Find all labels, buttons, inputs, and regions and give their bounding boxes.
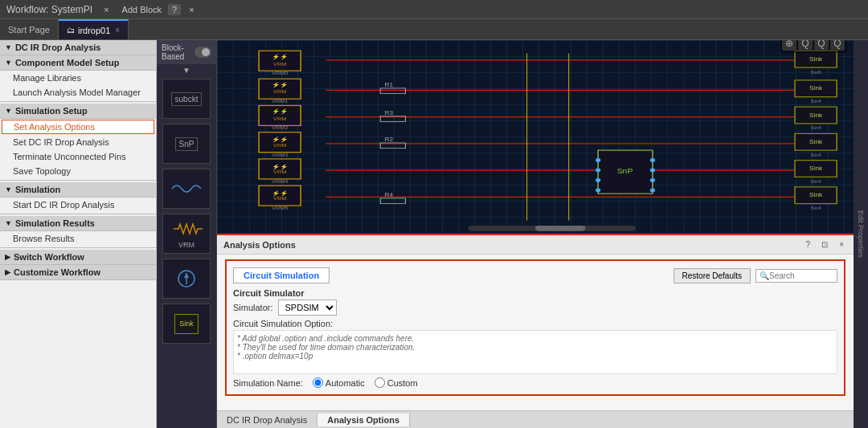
analysis-panel-header: Analysis Options ? ⊡ × <box>217 235 854 255</box>
bottom-tab-dc-ir[interactable]: DC IR Drop Analysis <box>217 414 317 426</box>
zoom-out-btn[interactable]: Q <box>814 40 829 51</box>
bottom-tab-analysis-options[interactable]: Analysis Options <box>317 414 410 426</box>
sidebar-sim-results-label: Simulation Results <box>15 218 95 228</box>
svg-text:Sn4: Sn4 <box>811 152 821 157</box>
block-item-sink[interactable]: Sink <box>162 304 211 344</box>
analysis-panel: Analysis Options ? ⊡ × Circuit Simulatio… <box>217 234 854 410</box>
sidebar-item-set-dc-ir[interactable]: Set DC IR Drop Analysis <box>0 135 156 149</box>
radio-automatic-label[interactable]: Automatic <box>313 377 365 388</box>
sidebar-component-label: Component Model Setup <box>15 58 120 67</box>
launch-model-label: Launch Analysis Model Manager <box>13 88 141 97</box>
svg-text:Sn4: Sn4 <box>811 179 821 184</box>
svg-point-49 <box>650 158 655 162</box>
block-item-vrm[interactable]: VRM <box>162 214 211 254</box>
sidebar-section-simulation[interactable]: ▼ Simulation <box>0 182 156 198</box>
sidebar-sim-setup-label: Simulation Setup <box>15 106 88 116</box>
svg-text:R4: R4 <box>384 192 393 198</box>
arrow-customize: ▶ <box>5 268 10 276</box>
svg-text:Sn4: Sn4 <box>811 125 821 130</box>
subckt-symbol: subckt <box>171 92 203 106</box>
arrow-sim-setup: ▼ <box>5 107 12 115</box>
simulation-name-row: Simulation Name: Automatic Custom <box>233 377 837 388</box>
svg-text:VRM: VRM <box>273 61 286 66</box>
app-title: Workflow: SystemPI <box>0 4 99 15</box>
svg-text:VRM1: VRM1 <box>272 99 289 104</box>
tab-start-page[interactable]: Start Page <box>0 19 59 39</box>
svg-point-48 <box>596 188 600 192</box>
sidebar-customize-label: Customize Workflow <box>14 267 100 277</box>
add-block-btn[interactable]: Add Block <box>122 5 162 14</box>
svg-text:Sn4: Sn4 <box>811 206 821 210</box>
snp-symbol: SnP <box>175 137 199 151</box>
save-topology-label: Save Topology <box>13 166 71 176</box>
zoom-fit-btn[interactable]: ⊕ <box>782 40 796 51</box>
wave-symbol <box>170 181 203 197</box>
radio-custom-input[interactable] <box>375 377 385 388</box>
option-text-line2: * They'll be used for time domain charac… <box>237 343 833 352</box>
block-scroll-down[interactable]: ▼ <box>157 64 216 76</box>
sidebar-simulation-label: Simulation <box>15 185 60 194</box>
svg-text:SnP: SnP <box>617 167 633 175</box>
option-text-line3: * .option delmax=10p <box>237 352 833 361</box>
svg-text:VRM: VRM <box>273 169 286 174</box>
schematic-svg: ⚡⚡ VRM VRM0 ⚡⚡ VRM VRM1 ⚡⚡ VRM VRM2 <box>217 40 854 234</box>
simulator-select[interactable]: SPDSIM HSPICE ADS <box>278 300 337 316</box>
sidebar-section-component-model[interactable]: ▼ Component Model Setup <box>0 55 156 71</box>
sidebar-section-dc-ir[interactable]: ▼ DC IR Drop Analysis <box>0 40 156 55</box>
restore-defaults-btn[interactable]: Restore Defaults <box>674 268 751 283</box>
sidebar-item-save-topology[interactable]: Save Topology <box>0 164 156 178</box>
sidebar-item-start-dc-ir[interactable]: Start DC IR Drop Analysis <box>0 198 156 212</box>
analysis-expand-btn[interactable]: ⊡ <box>818 238 831 251</box>
block-item-wave[interactable] <box>162 169 211 209</box>
sidebar-item-terminate-pins[interactable]: Terminate Unconnected Pins <box>0 149 156 164</box>
manage-libs-label: Manage Libraries <box>13 73 81 83</box>
sidebar-item-browse-results[interactable]: Browse Results <box>0 231 156 246</box>
svg-point-50 <box>650 169 655 173</box>
svg-marker-2 <box>184 273 189 278</box>
sidebar-section-customize-workflow[interactable]: ▶ Customize Workflow <box>0 265 156 280</box>
right-strip[interactable]: Edit Properties <box>854 40 868 428</box>
zoom-in-btn[interactable]: Q <box>798 40 813 51</box>
canvas-area[interactable]: ⚡⚡ VRM VRM0 ⚡⚡ VRM VRM1 ⚡⚡ VRM VRM2 <box>217 40 854 234</box>
block-based-toggle[interactable] <box>194 47 211 58</box>
vrm-symbol <box>170 219 203 239</box>
svg-point-45 <box>596 158 600 162</box>
radio-automatic-input[interactable] <box>313 377 323 388</box>
sidebar-section-switch-workflow[interactable]: ▶ Switch Workflow <box>0 250 156 265</box>
block-panel: Block-Based ▼ subckt SnP VRM <box>157 40 217 428</box>
block-item-current-src[interactable] <box>162 259 211 299</box>
block-item-subckt[interactable]: subckt <box>162 79 211 119</box>
analysis-panel-content: Circuit Simulation Restore Defaults 🔍 Ci… <box>217 255 854 406</box>
svg-text:VRM0: VRM0 <box>272 71 289 75</box>
arrow-dc-ir: ▼ <box>5 43 12 51</box>
svg-point-47 <box>596 178 600 182</box>
sidebar-section-sim-setup[interactable]: ▼ Simulation Setup <box>0 104 156 119</box>
tab-circuit-simulation[interactable]: Circuit Simulation <box>233 267 330 283</box>
block-panel-label: Block-Based <box>162 43 194 61</box>
sidebar-item-set-analysis[interactable]: Set Analysis Options <box>2 120 154 134</box>
analysis-panel-actions: ? ⊡ × <box>803 238 847 251</box>
sidebar: ▼ DC IR Drop Analysis ▼ Component Model … <box>0 40 157 428</box>
tab-irdrop01[interactable]: 🗂 irdrop01 × <box>59 19 129 39</box>
tab-irdrop-close[interactable]: × <box>115 26 120 35</box>
help-btn[interactable]: ? <box>168 4 181 15</box>
title-close-btn[interactable]: × <box>99 5 113 14</box>
analysis-close-btn[interactable]: × <box>836 238 847 251</box>
toolbar-close-btn[interactable]: × <box>184 5 199 14</box>
analysis-search-input[interactable] <box>769 271 833 280</box>
analysis-help-btn[interactable]: ? <box>803 238 814 251</box>
svg-text:VRM4: VRM4 <box>272 179 289 184</box>
vrm-block-label: VRM <box>178 241 194 249</box>
svg-rect-36 <box>380 88 405 94</box>
block-item-snp[interactable]: SnP <box>162 124 211 164</box>
terminate-pins-label: Terminate Unconnected Pins <box>13 152 126 161</box>
radio-custom-label[interactable]: Custom <box>375 377 418 388</box>
sidebar-item-launch-model-mgr[interactable]: Launch Analysis Model Manager <box>0 85 156 100</box>
sidebar-item-manage-libs[interactable]: Manage Libraries <box>0 71 156 85</box>
svg-text:Sink: Sink <box>809 112 822 118</box>
zoom-reset-btn[interactable]: Q <box>830 40 845 51</box>
sidebar-section-sim-results[interactable]: ▼ Simulation Results <box>0 216 156 231</box>
radio-automatic-text: Automatic <box>326 378 365 388</box>
option-text-line1: * Add global .option and .include comman… <box>237 334 833 343</box>
svg-text:VRM: VRM <box>273 143 286 148</box>
